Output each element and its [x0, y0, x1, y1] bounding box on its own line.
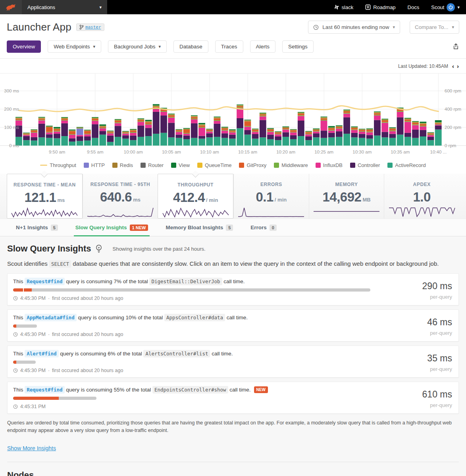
legend-item-controller[interactable]: Controller	[350, 162, 380, 168]
legend-label: Controller	[358, 162, 380, 168]
insight-item[interactable]: This Alert#find query is consuming 6% of…	[7, 345, 459, 378]
top-nav: Applications ▾ slack Roadmap Docs Sc	[0, 0, 466, 14]
time-range-select[interactable]: Last 60 minutes ending now ▾	[308, 21, 400, 34]
per-query-duration: 610 ms	[401, 389, 452, 400]
chart-prev-arrow[interactable]: ‹	[452, 63, 454, 69]
svg-text:10:15 am: 10:15 am	[238, 150, 257, 154]
legend-item-http[interactable]: HTTP	[84, 162, 105, 168]
tab-overview[interactable]: Overview	[7, 40, 41, 53]
clock-icon	[13, 404, 18, 409]
metric-label: ERRORS	[234, 182, 309, 187]
tab-label: Background Jobs	[114, 44, 155, 50]
legend-item-queuetime[interactable]: QueueTime	[197, 162, 231, 168]
legend-swatch	[141, 163, 146, 168]
nav-link-label: Roadmap	[373, 4, 395, 10]
query-link[interactable]: Request#find	[25, 386, 64, 393]
user-avatar	[447, 3, 455, 12]
insight-tab-label: Memory Bloat Insights	[166, 225, 223, 230]
legend-swatch	[40, 165, 47, 166]
insight-tab-memory-bloat-insights[interactable]: Memory Bloat Insights5	[166, 219, 233, 236]
legend-label: InfluxDB	[323, 162, 343, 168]
tab-background-jobs[interactable]: Background Jobs▾	[108, 40, 167, 53]
git-branch-badge[interactable]: master	[76, 23, 104, 31]
compare-to-select[interactable]: Compare To... ▾	[410, 21, 459, 34]
metric-card-response-time-mean[interactable]: RESPONSE TIME - MEAN121.1ms	[7, 174, 83, 219]
legend-item-middleware[interactable]: Middleware	[274, 162, 308, 168]
caller-code-chip: EndpointsController#show	[152, 386, 228, 393]
query-link[interactable]: Alert#find	[25, 350, 58, 357]
legend-swatch	[171, 163, 176, 168]
insight-sentence: This Alert#find query is consuming 6% of…	[13, 351, 401, 357]
tab-database[interactable]: Database	[173, 40, 208, 53]
nav-link-docs[interactable]: Docs	[408, 4, 420, 10]
legend-item-influxdb[interactable]: InfluxDB	[316, 162, 343, 168]
nav-link-slack[interactable]: slack	[334, 4, 354, 10]
svg-text:600 rpm: 600 rpm	[445, 88, 461, 93]
chart-next-arrow[interactable]: ›	[457, 63, 459, 69]
power-icon	[448, 5, 453, 10]
insight-item[interactable]: This Request#find query is consuming 55%…	[7, 382, 459, 414]
tab-settings[interactable]: Settings	[282, 40, 314, 53]
impact-bar-divider	[23, 288, 24, 292]
tab-label: Settings	[288, 44, 308, 50]
overview-chart[interactable]: 0 ms100 ms200 ms300 ms0 rpm200 rpm400 rp…	[0, 70, 466, 159]
tab-web-endpoints[interactable]: Web Endpoints▾	[48, 40, 101, 53]
tab-label: Overview	[13, 44, 35, 50]
export-share-button[interactable]	[453, 43, 459, 50]
tab-alerts[interactable]: Alerts	[250, 40, 276, 53]
metric-value: 412.4	[173, 190, 205, 205]
metric-label: RESPONSE TIME - MEAN	[7, 182, 82, 188]
metric-card-response-time-95th[interactable]: RESPONSE TIME - 95TH640.6ms	[83, 174, 158, 219]
impact-bar-fill	[13, 324, 16, 328]
chart-legend: ThroughputHTTPRedisRouterViewQueueTimeGi…	[0, 159, 466, 174]
nav-link-roadmap[interactable]: Roadmap	[365, 4, 395, 10]
caller-code-chip: DigestEmail::DeliverJob	[149, 278, 222, 285]
scout-logo-button[interactable]	[0, 0, 22, 14]
legend-item-throughput[interactable]: Throughput	[40, 162, 76, 168]
nav-link-label: Docs	[408, 4, 420, 10]
tab-label: Alerts	[256, 44, 270, 50]
insight-tab-n-1-insights[interactable]: N+1 Insights5	[16, 219, 58, 236]
legend-item-view[interactable]: View	[171, 162, 190, 168]
legend-item-activerecord[interactable]: ActiveRecord	[387, 162, 426, 168]
insight-item[interactable]: This Request#find query is consuming 7% …	[7, 273, 459, 305]
git-branch-icon	[79, 25, 84, 30]
insight-tab-label: Errors	[250, 225, 267, 230]
tab-traces[interactable]: Traces	[215, 40, 243, 53]
insight-time: 4:45:30 PM	[20, 368, 46, 373]
legend-item-redis[interactable]: Redis	[112, 162, 133, 168]
insight-tab-slow-query-insights[interactable]: Slow Query Insights1 NEW	[75, 219, 148, 236]
svg-text:10:40 ...: 10:40 ...	[430, 150, 447, 154]
metric-label: RESPONSE TIME - 95TH	[83, 182, 158, 187]
user-menu[interactable]: Scout ▾	[431, 3, 460, 12]
clock-icon	[13, 368, 18, 373]
clock-icon	[13, 296, 18, 301]
nodes-heading: Nodes	[7, 470, 459, 476]
insight-tab-errors[interactable]: Errors0	[250, 219, 277, 236]
metric-value: 0.1	[256, 190, 273, 204]
legend-swatch	[387, 163, 393, 168]
legend-swatch	[112, 163, 117, 168]
metric-card-memory[interactable]: MEMORY14,692MB	[309, 174, 384, 219]
metric-card-throughput[interactable]: THROUGHPUT412.4/ min	[158, 174, 233, 219]
legend-item-gitproxy[interactable]: GitProxy	[239, 162, 266, 168]
legend-label: Redis	[120, 162, 133, 168]
svg-text:0 rpm: 0 rpm	[445, 143, 456, 148]
query-link[interactable]: Request#find	[25, 278, 64, 285]
svg-text:10:20 am: 10:20 am	[276, 150, 295, 154]
metric-card-apdex[interactable]: APDEX1.0	[384, 174, 459, 219]
svg-text:9:55 am: 9:55 am	[87, 150, 104, 154]
query-link[interactable]: AppMetadata#find	[25, 314, 76, 321]
insight-item[interactable]: This AppMetadata#find query is consuming…	[7, 309, 459, 342]
metric-card-errors[interactable]: ERRORS0.1/ min	[233, 174, 309, 219]
svg-text:10:05 am: 10:05 am	[162, 150, 181, 154]
chevron-down-icon: ▾	[452, 25, 454, 30]
insight-tab-label: N+1 Insights	[16, 225, 48, 230]
show-more-insights-link[interactable]: Show More Insights	[7, 445, 56, 451]
legend-item-router[interactable]: Router	[141, 162, 164, 168]
metric-value: 1.0	[413, 190, 431, 204]
legend-swatch	[197, 163, 202, 168]
insight-meta: 4:45:30 PM·first occured about 20 hours …	[13, 368, 401, 373]
applications-dropdown[interactable]: Applications ▾	[22, 0, 107, 14]
insight-first-occurred: first occured about 20 hours ago	[52, 332, 123, 337]
